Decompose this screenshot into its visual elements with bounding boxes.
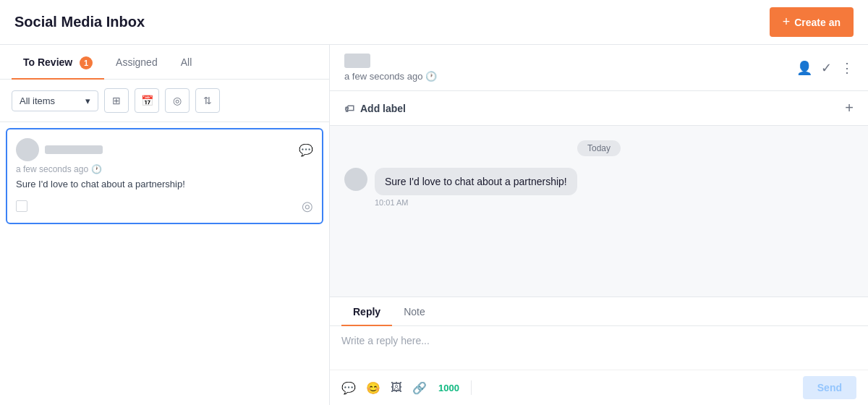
vertical-divider: [471, 380, 472, 395]
avatar: [16, 138, 39, 161]
chat-icon: 💬: [299, 143, 313, 157]
main-layout: To Review 1 Assigned All All items ▾ ⊞ 📅: [0, 45, 868, 405]
message-bubble: Sure I'd love to chat about a partnershi…: [375, 168, 577, 207]
message-text: Sure I'd love to chat about a partnershi…: [385, 176, 567, 187]
reply-placeholder: Write a reply here...: [341, 335, 430, 346]
tab-assigned[interactable]: Assigned: [104, 45, 169, 80]
tab-note[interactable]: Note: [392, 297, 437, 326]
filter-toolbar: All items ▾ ⊞ 📅 ◎ ⇅: [0, 80, 329, 122]
page-title: Social Media Inbox: [14, 14, 145, 30]
app-header: Social Media Inbox + Create an: [0, 0, 868, 45]
circle-check-icon[interactable]: ✓: [821, 60, 832, 76]
tag-icon: 🏷: [344, 103, 354, 114]
image-icon[interactable]: 🖼: [391, 381, 402, 394]
left-tabs: To Review 1 Assigned All: [0, 45, 329, 80]
grid-icon: ⊞: [112, 95, 121, 106]
label-bar: 🏷 Add label +: [330, 91, 868, 126]
message-row: Sure I'd love to chat about a partnershi…: [344, 168, 854, 207]
calendar-button[interactable]: 📅: [135, 88, 159, 113]
sort-button[interactable]: ⇅: [195, 88, 220, 113]
gallery-view-button[interactable]: ⊞: [104, 88, 129, 113]
sender-info: [344, 54, 437, 68]
conv-message: Sure I'd love to chat about a partnershi…: [16, 179, 313, 189]
reply-input[interactable]: Write a reply here...: [330, 326, 868, 370]
reply-toolbar-icons: 💬 😊 🖼 🔗: [341, 381, 427, 395]
resolve-icon[interactable]: ◎: [302, 198, 313, 214]
link-icon[interactable]: 🔗: [412, 381, 427, 395]
bubble-content: Sure I'd love to chat about a partnershi…: [375, 168, 577, 195]
filter-dropdown[interactable]: All items ▾: [12, 90, 98, 111]
review-badge: 1: [80, 56, 93, 69]
date-badge: Today: [577, 140, 621, 156]
conv-footer: ◎: [16, 198, 313, 214]
reply-footer: 💬 😊 🖼 🔗 1000 Send: [330, 370, 868, 405]
message-time: 10:01 AM: [375, 198, 577, 207]
messages-area: Today Sure I'd love to chat about a part…: [330, 126, 868, 297]
clock-icon: 🕐: [425, 71, 437, 82]
circle-check-icon: ◎: [173, 95, 182, 106]
label-bar-left: 🏷 Add label: [344, 103, 406, 114]
conversation-list: 💬 a few seconds ago 🕐 Sure I'd love to c…: [0, 122, 329, 405]
message-icon[interactable]: 💬: [341, 381, 356, 395]
add-label-button[interactable]: +: [845, 100, 854, 116]
plus-icon: +: [783, 14, 791, 30]
right-header-actions: 👤 ✓ ⋮: [796, 60, 854, 76]
name-placeholder: [45, 145, 103, 154]
tab-to-review[interactable]: To Review 1: [12, 45, 104, 80]
reply-area: Reply Note Write a reply here... 💬 😊 🖼 🔗…: [330, 297, 868, 405]
more-options-icon[interactable]: ⋮: [841, 60, 854, 76]
message-timestamp: a few seconds ago 🕐: [344, 71, 437, 82]
calendar-icon: 📅: [141, 95, 153, 106]
conv-timestamp: a few seconds ago 🕐: [16, 164, 313, 174]
add-label-text[interactable]: Add label: [360, 103, 406, 114]
conv-item-header: 💬: [16, 138, 313, 161]
tab-all[interactable]: All: [169, 45, 204, 80]
right-header-info: a few seconds ago 🕐: [344, 54, 437, 82]
chevron-down-icon: ▾: [85, 95, 90, 106]
message-avatar: [344, 168, 367, 191]
sort-icon: ⇅: [203, 95, 212, 106]
tab-reply[interactable]: Reply: [341, 297, 392, 326]
left-panel: To Review 1 Assigned All All items ▾ ⊞ 📅: [0, 45, 330, 405]
right-header: a few seconds ago 🕐 👤 ✓ ⋮: [330, 45, 868, 91]
select-checkbox[interactable]: [16, 200, 27, 212]
char-count: 1000: [438, 383, 459, 393]
emoji-icon[interactable]: 😊: [366, 381, 380, 395]
reply-tabs: Reply Note: [330, 297, 868, 326]
sender-avatar-placeholder: [344, 54, 370, 68]
status-button[interactable]: ◎: [165, 88, 190, 113]
conv-meta: [16, 138, 103, 161]
list-item[interactable]: 💬 a few seconds ago 🕐 Sure I'd love to c…: [6, 128, 323, 224]
user-icon[interactable]: 👤: [796, 60, 812, 76]
right-panel: a few seconds ago 🕐 👤 ✓ ⋮ 🏷 Add label + …: [330, 45, 868, 405]
clock-icon: 🕐: [91, 164, 102, 174]
create-button[interactable]: + Create an: [770, 7, 854, 37]
send-button[interactable]: Send: [803, 376, 856, 399]
